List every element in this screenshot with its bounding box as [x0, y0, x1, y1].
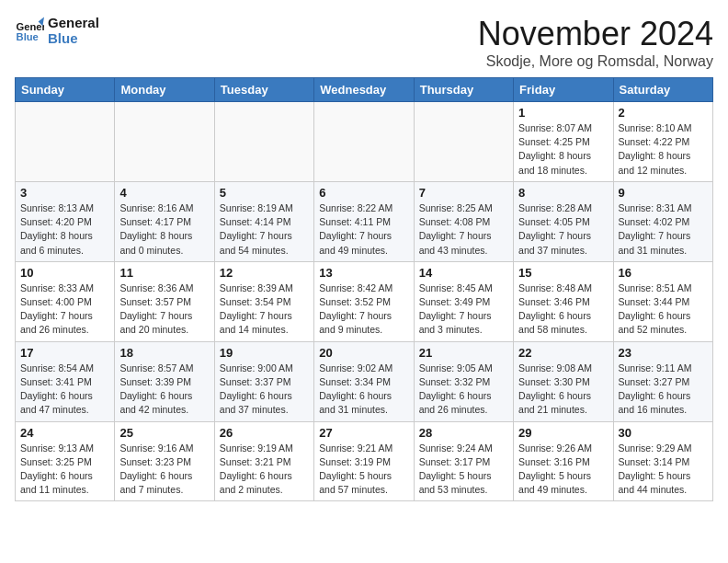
day-info: Sunrise: 8:33 AM Sunset: 4:00 PM Dayligh…	[20, 282, 109, 338]
day-cell: 13Sunrise: 8:42 AM Sunset: 3:52 PM Dayli…	[314, 261, 414, 341]
day-number: 16	[619, 266, 708, 280]
day-info: Sunrise: 8:54 AM Sunset: 3:41 PM Dayligh…	[20, 362, 109, 418]
day-cell: 1Sunrise: 8:07 AM Sunset: 4:25 PM Daylig…	[514, 102, 613, 182]
day-cell: 6Sunrise: 8:22 AM Sunset: 4:11 PM Daylig…	[314, 181, 414, 261]
day-cell: 17Sunrise: 8:54 AM Sunset: 3:41 PM Dayli…	[16, 341, 115, 421]
day-cell: 11Sunrise: 8:36 AM Sunset: 3:57 PM Dayli…	[115, 261, 214, 341]
day-info: Sunrise: 9:08 AM Sunset: 3:30 PM Dayligh…	[518, 362, 608, 418]
day-cell: 20Sunrise: 9:02 AM Sunset: 3:34 PM Dayli…	[314, 341, 414, 421]
day-number: 11	[119, 266, 209, 280]
day-info: Sunrise: 8:07 AM Sunset: 4:25 PM Dayligh…	[518, 121, 608, 178]
calendar-table: SundayMondayTuesdayWednesdayThursdayFrid…	[15, 77, 713, 501]
day-cell	[16, 102, 115, 182]
header-friday: Friday	[514, 78, 613, 102]
day-cell: 22Sunrise: 9:08 AM Sunset: 3:30 PM Dayli…	[514, 341, 613, 421]
day-number: 1	[518, 106, 608, 120]
day-info: Sunrise: 9:02 AM Sunset: 3:34 PM Dayligh…	[319, 362, 408, 418]
day-number: 8	[518, 186, 608, 200]
day-number: 29	[518, 426, 608, 440]
day-cell: 12Sunrise: 8:39 AM Sunset: 3:54 PM Dayli…	[214, 261, 313, 341]
day-info: Sunrise: 9:19 AM Sunset: 3:21 PM Dayligh…	[220, 442, 309, 498]
day-info: Sunrise: 9:21 AM Sunset: 3:19 PM Dayligh…	[319, 442, 408, 498]
header-thursday: Thursday	[414, 78, 513, 102]
calendar-header: SundayMondayTuesdayWednesdayThursdayFrid…	[16, 78, 713, 102]
day-cell: 15Sunrise: 8:48 AM Sunset: 3:46 PM Dayli…	[514, 261, 613, 341]
logo-line2: Blue	[48, 30, 99, 46]
day-info: Sunrise: 9:16 AM Sunset: 3:23 PM Dayligh…	[119, 442, 209, 498]
header-wednesday: Wednesday	[314, 78, 414, 102]
day-number: 15	[518, 266, 608, 280]
day-info: Sunrise: 8:13 AM Sunset: 4:20 PM Dayligh…	[20, 201, 109, 258]
day-number: 14	[419, 266, 508, 280]
day-cell	[414, 102, 513, 182]
header-tuesday: Tuesday	[214, 78, 313, 102]
day-cell: 8Sunrise: 8:28 AM Sunset: 4:05 PM Daylig…	[514, 181, 613, 261]
day-info: Sunrise: 9:05 AM Sunset: 3:32 PM Dayligh…	[419, 362, 508, 418]
calendar-body: 1Sunrise: 8:07 AM Sunset: 4:25 PM Daylig…	[16, 102, 713, 501]
day-cell: 30Sunrise: 9:29 AM Sunset: 3:14 PM Dayli…	[613, 421, 712, 501]
week-row-1: 1Sunrise: 8:07 AM Sunset: 4:25 PM Daylig…	[16, 102, 713, 182]
day-number: 3	[20, 186, 109, 200]
day-info: Sunrise: 8:31 AM Sunset: 4:02 PM Dayligh…	[619, 201, 708, 258]
day-info: Sunrise: 9:13 AM Sunset: 3:25 PM Dayligh…	[20, 442, 109, 498]
day-number: 24	[20, 426, 109, 440]
day-number: 18	[119, 346, 209, 360]
day-info: Sunrise: 8:36 AM Sunset: 3:57 PM Dayligh…	[119, 282, 209, 338]
day-info: Sunrise: 8:45 AM Sunset: 3:49 PM Dayligh…	[419, 282, 508, 338]
day-number: 26	[220, 426, 309, 440]
header-saturday: Saturday	[613, 78, 712, 102]
day-cell: 25Sunrise: 9:16 AM Sunset: 3:23 PM Dayli…	[115, 421, 214, 501]
title-area: November 2024 Skodje, More og Romsdal, N…	[478, 15, 713, 70]
day-number: 13	[319, 266, 408, 280]
day-number: 21	[419, 346, 508, 360]
day-cell: 28Sunrise: 9:24 AM Sunset: 3:17 PM Dayli…	[414, 421, 513, 501]
logo-line1: General	[48, 15, 99, 30]
day-info: Sunrise: 9:29 AM Sunset: 3:14 PM Dayligh…	[619, 442, 708, 498]
day-info: Sunrise: 8:48 AM Sunset: 3:46 PM Dayligh…	[518, 282, 608, 338]
day-cell	[214, 102, 313, 182]
day-cell	[314, 102, 414, 182]
day-cell: 27Sunrise: 9:21 AM Sunset: 3:19 PM Dayli…	[314, 421, 414, 501]
day-number: 22	[518, 346, 608, 360]
day-number: 27	[319, 426, 408, 440]
day-cell: 19Sunrise: 9:00 AM Sunset: 3:37 PM Dayli…	[214, 341, 313, 421]
day-info: Sunrise: 8:51 AM Sunset: 3:44 PM Dayligh…	[619, 282, 708, 338]
day-info: Sunrise: 8:16 AM Sunset: 4:17 PM Dayligh…	[119, 201, 209, 258]
week-row-4: 17Sunrise: 8:54 AM Sunset: 3:41 PM Dayli…	[16, 341, 713, 421]
day-cell: 5Sunrise: 8:19 AM Sunset: 4:14 PM Daylig…	[214, 181, 313, 261]
day-info: Sunrise: 8:19 AM Sunset: 4:14 PM Dayligh…	[220, 201, 309, 258]
day-number: 6	[319, 186, 408, 200]
day-cell	[115, 102, 214, 182]
day-number: 12	[220, 266, 309, 280]
header-sunday: Sunday	[16, 78, 115, 102]
day-info: Sunrise: 9:26 AM Sunset: 3:16 PM Dayligh…	[518, 442, 608, 498]
day-info: Sunrise: 8:39 AM Sunset: 3:54 PM Dayligh…	[220, 282, 309, 338]
day-cell: 29Sunrise: 9:26 AM Sunset: 3:16 PM Dayli…	[514, 421, 613, 501]
day-number: 2	[619, 106, 708, 120]
day-cell: 21Sunrise: 9:05 AM Sunset: 3:32 PM Dayli…	[414, 341, 513, 421]
day-info: Sunrise: 9:24 AM Sunset: 3:17 PM Dayligh…	[419, 442, 508, 498]
logo-icon: General Blue	[15, 16, 44, 45]
day-cell: 9Sunrise: 8:31 AM Sunset: 4:02 PM Daylig…	[613, 181, 712, 261]
day-cell: 10Sunrise: 8:33 AM Sunset: 4:00 PM Dayli…	[16, 261, 115, 341]
day-info: Sunrise: 8:57 AM Sunset: 3:39 PM Dayligh…	[119, 362, 209, 418]
day-cell: 14Sunrise: 8:45 AM Sunset: 3:49 PM Dayli…	[414, 261, 513, 341]
day-number: 23	[619, 346, 708, 360]
day-number: 10	[20, 266, 109, 280]
day-cell: 7Sunrise: 8:25 AM Sunset: 4:08 PM Daylig…	[414, 181, 513, 261]
day-info: Sunrise: 8:10 AM Sunset: 4:22 PM Dayligh…	[619, 121, 708, 178]
page-header: General Blue General Blue November 2024 …	[15, 15, 713, 70]
svg-text:Blue: Blue	[17, 31, 39, 42]
header-monday: Monday	[115, 78, 214, 102]
logo: General Blue General Blue	[15, 15, 99, 46]
day-cell: 26Sunrise: 9:19 AM Sunset: 3:21 PM Dayli…	[214, 421, 313, 501]
day-number: 4	[119, 186, 209, 200]
day-cell: 16Sunrise: 8:51 AM Sunset: 3:44 PM Dayli…	[613, 261, 712, 341]
week-row-3: 10Sunrise: 8:33 AM Sunset: 4:00 PM Dayli…	[16, 261, 713, 341]
day-info: Sunrise: 8:22 AM Sunset: 4:11 PM Dayligh…	[319, 201, 408, 258]
day-cell: 23Sunrise: 9:11 AM Sunset: 3:27 PM Dayli…	[613, 341, 712, 421]
day-cell: 24Sunrise: 9:13 AM Sunset: 3:25 PM Dayli…	[16, 421, 115, 501]
day-number: 25	[119, 426, 209, 440]
day-info: Sunrise: 9:11 AM Sunset: 3:27 PM Dayligh…	[619, 362, 708, 418]
day-cell: 4Sunrise: 8:16 AM Sunset: 4:17 PM Daylig…	[115, 181, 214, 261]
